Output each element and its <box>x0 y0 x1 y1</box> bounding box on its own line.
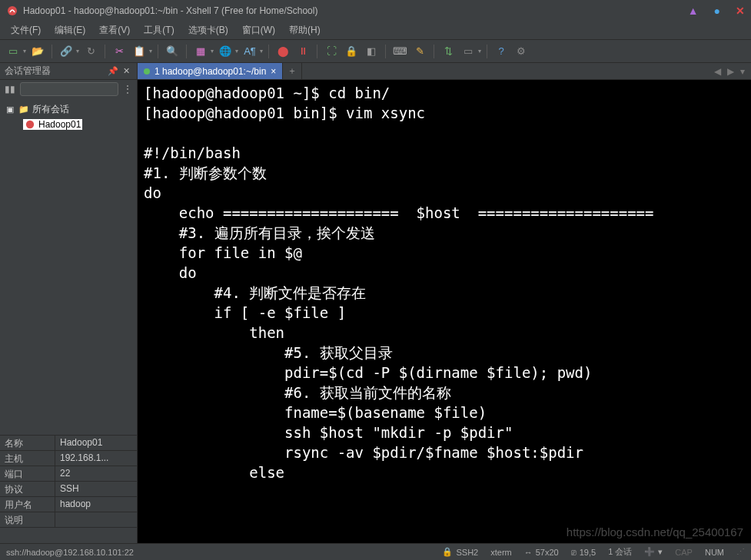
menu-tabs[interactable]: 选项卡(B) <box>182 22 234 38</box>
titlebar: Hadoop01 - hadoop@hadoop01:~/bin - Xshel… <box>0 0 751 22</box>
menu-edit[interactable]: 编辑(E) <box>48 22 91 38</box>
help-icon[interactable]: ? <box>493 43 510 60</box>
lock-icon: 🔒 <box>442 547 453 557</box>
sidebar-header: 会话管理器 📌 ✕ <box>0 63 137 80</box>
prop-host-val: 192.168.1... <box>55 451 137 466</box>
props-icon[interactable]: ▦ <box>192 43 209 60</box>
menu-file[interactable]: 文件(F) <box>5 22 47 38</box>
tab-session-1[interactable]: 1 hadoop@hadoop01:~/bin × <box>138 63 283 79</box>
status-conn: ssh://hadoop@192.168.10.101:22 <box>6 548 134 557</box>
tab-add-button[interactable]: ＋ <box>283 63 302 79</box>
menu-help[interactable]: 帮助(H) <box>283 22 327 38</box>
session-icon <box>25 119 35 130</box>
record-icon[interactable]: ⬤ <box>274 43 291 60</box>
link-icon[interactable]: 🔗 <box>58 43 75 60</box>
cmd-icon[interactable]: ▭ <box>460 43 477 60</box>
sidebar-close-icon[interactable]: ✕ <box>121 66 132 76</box>
tab-close-icon[interactable]: × <box>271 66 276 77</box>
new-icon[interactable]: ▭ <box>5 43 22 60</box>
statusbar: ssh://hadoop@192.168.10.101:22 🔒SSH2 xte… <box>0 543 751 560</box>
prop-name-key: 名称 <box>0 436 55 450</box>
prop-port-key: 端口 <box>0 466 55 481</box>
status-num: NUM <box>705 548 724 557</box>
status-sessions: 1 会话 <box>608 546 632 558</box>
app-icon <box>6 5 18 17</box>
status-ssh: SSH2 <box>456 548 478 557</box>
prop-proto-key: 协议 <box>0 482 55 496</box>
sidebar-title: 会话管理器 <box>5 65 51 78</box>
tab-menu-icon[interactable]: ▾ <box>740 66 745 77</box>
minimize-button[interactable]: ▲ <box>688 5 699 17</box>
color-icon[interactable]: 🌐 <box>217 43 234 60</box>
toolbar: ▭▾ 📂 🔗▾ ↻ ✂ 📋▾ 🔍 ▦▾ 🌐▾ A¶▾ ⬤ ⏸ ⛶ 🔒 ◧ ⌨ ✎… <box>0 40 751 63</box>
session-label: Hadoop01 <box>38 119 81 130</box>
down-icon[interactable]: ▾ <box>658 547 663 557</box>
cut-icon[interactable]: ✂ <box>111 43 128 60</box>
session-properties: 名称Hadoop01 主机192.168.1... 端口22 协议SSH 用户名… <box>0 435 137 543</box>
status-term: xterm <box>490 548 512 557</box>
stop-icon[interactable]: ⏸ <box>294 43 311 60</box>
prop-port-val: 22 <box>55 466 137 481</box>
maximize-button[interactable]: ● <box>714 5 720 17</box>
close-button[interactable]: ✕ <box>736 5 745 17</box>
session-tree[interactable]: ▣ 📁 所有会话 Hadoop01 <box>0 98 137 435</box>
svg-point-1 <box>26 121 34 128</box>
tree-toggle-icon[interactable]: ▮▮ <box>5 84 15 94</box>
prop-host-key: 主机 <box>0 451 55 466</box>
fullscreen-icon[interactable]: ⛶ <box>323 43 340 60</box>
prop-desc-key: 说明 <box>0 512 55 527</box>
session-search-input[interactable] <box>20 82 118 96</box>
pin-icon[interactable]: 📌 <box>105 66 121 76</box>
prop-user-val: hadoop <box>55 497 137 512</box>
window-title: Hadoop01 - hadoop@hadoop01:~/bin - Xshel… <box>23 5 683 16</box>
status-dot-icon <box>144 68 150 75</box>
font-icon[interactable]: A¶ <box>241 43 258 60</box>
tree-root-label: 所有会话 <box>32 103 69 116</box>
status-pos: 19,5 <box>580 548 596 557</box>
tab-prev-icon[interactable]: ◀ <box>714 66 721 77</box>
tree-root[interactable]: ▣ 📁 所有会话 <box>2 101 135 117</box>
tab-label: 1 hadoop@hadoop01:~/bin <box>155 66 266 77</box>
prop-proto-val: SSH <box>55 482 137 496</box>
menu-view[interactable]: 查看(V) <box>93 22 136 38</box>
open-icon[interactable]: 📂 <box>29 43 46 60</box>
status-size: 57x20 <box>536 548 559 557</box>
collapse-icon[interactable]: ▣ <box>5 104 15 114</box>
xftp-icon[interactable]: ⇅ <box>440 43 457 60</box>
status-cap: CAP <box>675 548 693 557</box>
paste-icon[interactable]: 📋 <box>131 43 148 60</box>
menubar: 文件(F) 编辑(E) 查看(V) 工具(T) 选项卡(B) 窗口(W) 帮助(… <box>0 22 751 40</box>
menu-tools[interactable]: 工具(T) <box>138 22 180 38</box>
gear-icon[interactable]: ⚙ <box>513 43 530 60</box>
menu-window[interactable]: 窗口(W) <box>236 22 281 38</box>
prop-name-val: Hadoop01 <box>55 436 137 450</box>
options-icon[interactable]: ⋮ <box>123 84 132 94</box>
grip-icon[interactable]: ⋰ <box>736 547 745 557</box>
prop-desc-val <box>55 512 137 527</box>
lock-icon[interactable]: 🔒 <box>343 43 360 60</box>
plus-icon[interactable]: ➕ <box>644 547 655 557</box>
resize-icon: ↔ <box>524 548 533 557</box>
keyboard-icon[interactable]: ⌨ <box>391 43 408 60</box>
main-area: 1 hadoop@hadoop01:~/bin × ＋ ◀ ▶ ▾ [hadoo… <box>138 63 751 543</box>
window-controls: ▲ ● ✕ <box>688 5 745 17</box>
transparent-icon[interactable]: ◧ <box>363 43 380 60</box>
cursor-icon: ⎚ <box>571 548 577 557</box>
search-icon[interactable]: 🔍 <box>164 43 181 60</box>
prop-user-key: 用户名 <box>0 497 55 512</box>
tab-next-icon[interactable]: ▶ <box>727 66 734 77</box>
reconnect-icon[interactable]: ↻ <box>82 43 99 60</box>
svg-point-0 <box>8 6 17 15</box>
highlight-icon[interactable]: ✎ <box>411 43 428 60</box>
session-sidebar: 会话管理器 📌 ✕ ▮▮ ⋮ ▣ 📁 所有会话 Hadoop01 <box>0 63 138 543</box>
tree-session[interactable]: Hadoop01 <box>2 117 135 132</box>
folder-icon: 📁 <box>18 104 29 114</box>
terminal[interactable]: [hadoop@hadoop01 ~]$ cd bin/ [hadoop@had… <box>138 80 751 543</box>
tabbar: 1 hadoop@hadoop01:~/bin × ＋ ◀ ▶ ▾ <box>138 63 751 80</box>
